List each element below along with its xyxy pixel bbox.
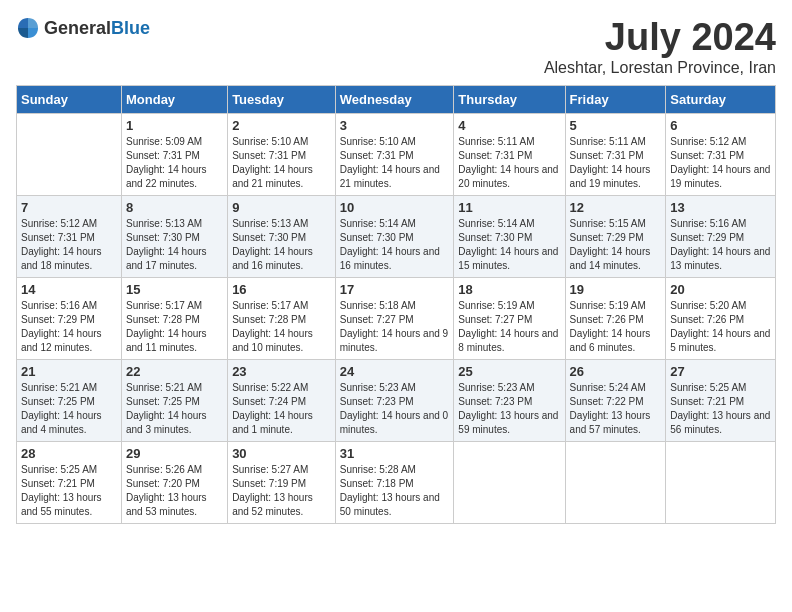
day-info: Sunrise: 5:12 AMSunset: 7:31 PMDaylight:… bbox=[670, 135, 771, 191]
day-number: 29 bbox=[126, 446, 223, 461]
column-header-saturday: Saturday bbox=[666, 86, 776, 114]
day-cell: 19Sunrise: 5:19 AMSunset: 7:26 PMDayligh… bbox=[565, 278, 666, 360]
day-number: 23 bbox=[232, 364, 331, 379]
day-info: Sunrise: 5:25 AMSunset: 7:21 PMDaylight:… bbox=[670, 381, 771, 437]
day-number: 3 bbox=[340, 118, 450, 133]
day-info: Sunrise: 5:09 AMSunset: 7:31 PMDaylight:… bbox=[126, 135, 223, 191]
day-info: Sunrise: 5:12 AMSunset: 7:31 PMDaylight:… bbox=[21, 217, 117, 273]
day-cell: 2Sunrise: 5:10 AMSunset: 7:31 PMDaylight… bbox=[228, 114, 336, 196]
day-cell: 30Sunrise: 5:27 AMSunset: 7:19 PMDayligh… bbox=[228, 442, 336, 524]
day-cell: 7Sunrise: 5:12 AMSunset: 7:31 PMDaylight… bbox=[17, 196, 122, 278]
day-info: Sunrise: 5:13 AMSunset: 7:30 PMDaylight:… bbox=[232, 217, 331, 273]
header-row: SundayMondayTuesdayWednesdayThursdayFrid… bbox=[17, 86, 776, 114]
day-cell: 12Sunrise: 5:15 AMSunset: 7:29 PMDayligh… bbox=[565, 196, 666, 278]
day-number: 20 bbox=[670, 282, 771, 297]
day-info: Sunrise: 5:25 AMSunset: 7:21 PMDaylight:… bbox=[21, 463, 117, 519]
day-number: 14 bbox=[21, 282, 117, 297]
day-number: 6 bbox=[670, 118, 771, 133]
day-info: Sunrise: 5:18 AMSunset: 7:27 PMDaylight:… bbox=[340, 299, 450, 355]
day-cell: 23Sunrise: 5:22 AMSunset: 7:24 PMDayligh… bbox=[228, 360, 336, 442]
day-cell: 3Sunrise: 5:10 AMSunset: 7:31 PMDaylight… bbox=[335, 114, 454, 196]
day-number: 25 bbox=[458, 364, 560, 379]
day-number: 15 bbox=[126, 282, 223, 297]
day-info: Sunrise: 5:14 AMSunset: 7:30 PMDaylight:… bbox=[458, 217, 560, 273]
day-number: 22 bbox=[126, 364, 223, 379]
day-info: Sunrise: 5:21 AMSunset: 7:25 PMDaylight:… bbox=[126, 381, 223, 437]
logo: GeneralBlue bbox=[16, 16, 150, 40]
day-number: 13 bbox=[670, 200, 771, 215]
day-number: 30 bbox=[232, 446, 331, 461]
day-cell: 25Sunrise: 5:23 AMSunset: 7:23 PMDayligh… bbox=[454, 360, 565, 442]
logo-icon bbox=[16, 16, 40, 40]
day-number: 4 bbox=[458, 118, 560, 133]
main-title: July 2024 bbox=[544, 16, 776, 59]
day-info: Sunrise: 5:28 AMSunset: 7:18 PMDaylight:… bbox=[340, 463, 450, 519]
day-info: Sunrise: 5:10 AMSunset: 7:31 PMDaylight:… bbox=[232, 135, 331, 191]
day-cell: 24Sunrise: 5:23 AMSunset: 7:23 PMDayligh… bbox=[335, 360, 454, 442]
column-header-friday: Friday bbox=[565, 86, 666, 114]
day-info: Sunrise: 5:24 AMSunset: 7:22 PMDaylight:… bbox=[570, 381, 662, 437]
day-number: 12 bbox=[570, 200, 662, 215]
day-info: Sunrise: 5:20 AMSunset: 7:26 PMDaylight:… bbox=[670, 299, 771, 355]
day-number: 28 bbox=[21, 446, 117, 461]
day-cell: 6Sunrise: 5:12 AMSunset: 7:31 PMDaylight… bbox=[666, 114, 776, 196]
day-number: 17 bbox=[340, 282, 450, 297]
day-number: 2 bbox=[232, 118, 331, 133]
calendar-table: SundayMondayTuesdayWednesdayThursdayFrid… bbox=[16, 85, 776, 524]
logo-blue: Blue bbox=[111, 18, 150, 38]
day-cell: 1Sunrise: 5:09 AMSunset: 7:31 PMDaylight… bbox=[121, 114, 227, 196]
day-cell: 13Sunrise: 5:16 AMSunset: 7:29 PMDayligh… bbox=[666, 196, 776, 278]
day-number: 8 bbox=[126, 200, 223, 215]
column-header-thursday: Thursday bbox=[454, 86, 565, 114]
day-info: Sunrise: 5:17 AMSunset: 7:28 PMDaylight:… bbox=[232, 299, 331, 355]
week-row-3: 14Sunrise: 5:16 AMSunset: 7:29 PMDayligh… bbox=[17, 278, 776, 360]
day-number: 11 bbox=[458, 200, 560, 215]
day-cell: 16Sunrise: 5:17 AMSunset: 7:28 PMDayligh… bbox=[228, 278, 336, 360]
day-info: Sunrise: 5:10 AMSunset: 7:31 PMDaylight:… bbox=[340, 135, 450, 191]
day-cell bbox=[565, 442, 666, 524]
day-cell: 28Sunrise: 5:25 AMSunset: 7:21 PMDayligh… bbox=[17, 442, 122, 524]
day-number: 19 bbox=[570, 282, 662, 297]
day-info: Sunrise: 5:21 AMSunset: 7:25 PMDaylight:… bbox=[21, 381, 117, 437]
day-cell: 5Sunrise: 5:11 AMSunset: 7:31 PMDaylight… bbox=[565, 114, 666, 196]
day-number: 7 bbox=[21, 200, 117, 215]
day-cell: 15Sunrise: 5:17 AMSunset: 7:28 PMDayligh… bbox=[121, 278, 227, 360]
day-cell: 14Sunrise: 5:16 AMSunset: 7:29 PMDayligh… bbox=[17, 278, 122, 360]
column-header-tuesday: Tuesday bbox=[228, 86, 336, 114]
day-number: 16 bbox=[232, 282, 331, 297]
day-cell bbox=[17, 114, 122, 196]
day-number: 9 bbox=[232, 200, 331, 215]
day-info: Sunrise: 5:22 AMSunset: 7:24 PMDaylight:… bbox=[232, 381, 331, 437]
day-info: Sunrise: 5:11 AMSunset: 7:31 PMDaylight:… bbox=[458, 135, 560, 191]
subtitle: Aleshtar, Lorestan Province, Iran bbox=[544, 59, 776, 77]
day-info: Sunrise: 5:19 AMSunset: 7:26 PMDaylight:… bbox=[570, 299, 662, 355]
day-info: Sunrise: 5:27 AMSunset: 7:19 PMDaylight:… bbox=[232, 463, 331, 519]
day-cell: 11Sunrise: 5:14 AMSunset: 7:30 PMDayligh… bbox=[454, 196, 565, 278]
day-cell: 18Sunrise: 5:19 AMSunset: 7:27 PMDayligh… bbox=[454, 278, 565, 360]
column-header-sunday: Sunday bbox=[17, 86, 122, 114]
day-number: 26 bbox=[570, 364, 662, 379]
day-cell: 20Sunrise: 5:20 AMSunset: 7:26 PMDayligh… bbox=[666, 278, 776, 360]
day-info: Sunrise: 5:23 AMSunset: 7:23 PMDaylight:… bbox=[458, 381, 560, 437]
week-row-2: 7Sunrise: 5:12 AMSunset: 7:31 PMDaylight… bbox=[17, 196, 776, 278]
day-info: Sunrise: 5:11 AMSunset: 7:31 PMDaylight:… bbox=[570, 135, 662, 191]
header: GeneralBlue July 2024 Aleshtar, Lorestan… bbox=[16, 16, 776, 77]
day-number: 1 bbox=[126, 118, 223, 133]
day-number: 24 bbox=[340, 364, 450, 379]
day-number: 31 bbox=[340, 446, 450, 461]
day-cell: 4Sunrise: 5:11 AMSunset: 7:31 PMDaylight… bbox=[454, 114, 565, 196]
title-area: July 2024 Aleshtar, Lorestan Province, I… bbox=[544, 16, 776, 77]
day-info: Sunrise: 5:26 AMSunset: 7:20 PMDaylight:… bbox=[126, 463, 223, 519]
logo-text: GeneralBlue bbox=[44, 18, 150, 39]
column-header-wednesday: Wednesday bbox=[335, 86, 454, 114]
week-row-1: 1Sunrise: 5:09 AMSunset: 7:31 PMDaylight… bbox=[17, 114, 776, 196]
day-info: Sunrise: 5:13 AMSunset: 7:30 PMDaylight:… bbox=[126, 217, 223, 273]
day-number: 27 bbox=[670, 364, 771, 379]
logo-general: General bbox=[44, 18, 111, 38]
day-cell: 26Sunrise: 5:24 AMSunset: 7:22 PMDayligh… bbox=[565, 360, 666, 442]
day-cell: 17Sunrise: 5:18 AMSunset: 7:27 PMDayligh… bbox=[335, 278, 454, 360]
day-info: Sunrise: 5:16 AMSunset: 7:29 PMDaylight:… bbox=[21, 299, 117, 355]
day-info: Sunrise: 5:23 AMSunset: 7:23 PMDaylight:… bbox=[340, 381, 450, 437]
day-cell: 21Sunrise: 5:21 AMSunset: 7:25 PMDayligh… bbox=[17, 360, 122, 442]
day-cell: 9Sunrise: 5:13 AMSunset: 7:30 PMDaylight… bbox=[228, 196, 336, 278]
